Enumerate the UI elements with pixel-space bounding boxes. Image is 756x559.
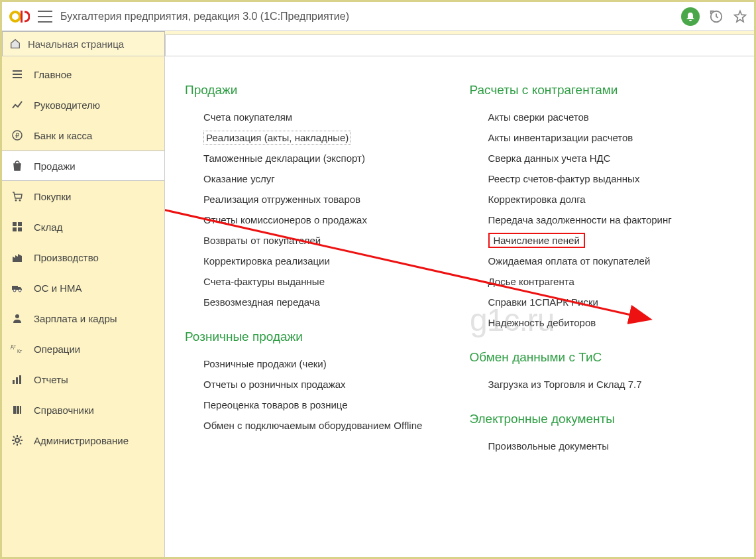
svg-rect-13 xyxy=(13,227,17,231)
sidebar-item-2[interactable]: ₽Банк и касса xyxy=(2,120,164,151)
svg-text:Кт: Кт xyxy=(17,349,23,353)
menu-link[interactable]: Акты сверки расчетов xyxy=(470,107,735,127)
section-title: Продажи xyxy=(185,83,450,97)
favorites-icon[interactable] xyxy=(733,9,747,24)
menu-link[interactable]: Передача задолженности на факторинг xyxy=(470,210,735,230)
sidebar: ГлавноеРуководителю₽Банк и кассаПродажиП… xyxy=(2,56,165,557)
menu-link[interactable]: Оказание услуг xyxy=(185,168,450,189)
chart-icon xyxy=(10,99,25,111)
svg-point-1 xyxy=(12,13,19,20)
svg-point-17 xyxy=(19,289,21,292)
list-icon xyxy=(10,68,25,80)
menu-link[interactable]: Справки 1СПАРК Риски xyxy=(470,292,735,312)
menu-link[interactable]: Ожидаемая оплата от покупателей xyxy=(470,251,735,271)
menu-link[interactable]: Акты инвентаризации расчетов xyxy=(470,127,735,148)
sidebar-item-label: Отчеты xyxy=(34,374,68,385)
menu-link[interactable]: Таможенные декларации (экспорт) xyxy=(185,148,450,168)
section-title: Электронные документы xyxy=(470,412,735,426)
sidebar-item-10[interactable]: Отчеты xyxy=(2,364,164,395)
gear-icon xyxy=(10,434,25,446)
svg-rect-25 xyxy=(17,406,19,414)
menu-icon[interactable] xyxy=(38,11,52,23)
menu-link[interactable]: Надежность дебиторов xyxy=(470,312,735,333)
menu-link[interactable]: Счета-фактуры выданные xyxy=(185,271,450,292)
menu-link[interactable]: Начисление пеней xyxy=(470,230,735,251)
svg-text:Дт: Дт xyxy=(11,344,17,349)
menu-link[interactable]: Сверка данных учета НДС xyxy=(470,148,735,168)
svg-rect-24 xyxy=(13,406,16,414)
sidebar-item-label: Администрирование xyxy=(34,435,129,446)
menu-link[interactable]: Розничные продажи (чеки) xyxy=(185,353,450,374)
svg-rect-23 xyxy=(19,375,21,384)
sidebar-item-0[interactable]: Главное xyxy=(2,59,164,90)
svg-line-34 xyxy=(13,443,15,444)
svg-rect-14 xyxy=(18,227,22,231)
history-icon[interactable] xyxy=(709,9,724,24)
menu-link[interactable]: Произвольные документы xyxy=(470,436,735,456)
sidebar-item-11[interactable]: Справочники xyxy=(2,395,164,425)
sidebar-item-label: Справочники xyxy=(34,404,94,416)
menu-link[interactable]: Загрузка из Торговля и Склад 7.7 xyxy=(470,374,735,395)
sidebar-item-label: Производство xyxy=(34,252,99,263)
svg-line-35 xyxy=(20,436,21,438)
menu-link[interactable]: Корректировка реализации xyxy=(185,251,450,271)
dtkt-icon: ДтКт xyxy=(10,344,25,353)
content-tab-area xyxy=(165,34,754,56)
sidebar-item-3[interactable]: Продажи xyxy=(2,151,164,181)
menu-link[interactable]: Безвозмездная передача xyxy=(185,292,450,312)
books-icon xyxy=(10,404,25,416)
menu-link[interactable]: Отчеты комиссионеров о продажах xyxy=(185,210,450,230)
sidebar-item-9[interactable]: ДтКтОперации xyxy=(2,334,164,364)
bars-icon xyxy=(10,373,25,385)
svg-rect-26 xyxy=(20,406,21,414)
sidebar-item-6[interactable]: Производство xyxy=(2,242,164,273)
svg-rect-22 xyxy=(16,377,18,384)
tab-start-page[interactable]: Начальная страница xyxy=(2,31,165,56)
sidebar-item-label: Операции xyxy=(34,343,80,355)
sidebar-item-12[interactable]: Администрирование xyxy=(2,425,164,456)
menu-link[interactable]: Отчеты о розничных продажах xyxy=(185,374,450,395)
section-title: Расчеты с контрагентами xyxy=(470,83,735,97)
truck-icon xyxy=(10,282,25,294)
menu-link[interactable]: Возвраты от покупателей xyxy=(185,230,450,251)
menu-link[interactable]: Реестр счетов-фактур выданных xyxy=(470,168,735,189)
menu-link[interactable]: Обмен с подключаемым оборудованием Offli… xyxy=(185,415,450,436)
tab-row: Начальная страница xyxy=(2,31,754,56)
grid-icon xyxy=(10,221,25,233)
ruble-icon: ₽ xyxy=(10,129,25,141)
svg-point-9 xyxy=(15,200,17,202)
sidebar-item-label: Склад xyxy=(34,221,62,233)
menu-link[interactable]: Переоценка товаров в рознице xyxy=(185,395,450,415)
menu-link[interactable]: Досье контрагента xyxy=(470,271,735,292)
home-icon xyxy=(9,38,21,50)
factory-icon xyxy=(10,251,25,263)
app-logo-1c xyxy=(9,7,30,26)
tab-label: Начальная страница xyxy=(28,38,124,50)
cart-icon xyxy=(10,190,25,202)
sidebar-item-1[interactable]: Руководителю xyxy=(2,90,164,120)
svg-point-16 xyxy=(13,289,16,292)
svg-line-32 xyxy=(13,436,15,438)
sidebar-item-label: Зарплата и кадры xyxy=(34,313,117,324)
menu-link[interactable]: Реализация отгруженных товаров xyxy=(185,189,450,210)
window-title: Бухгалтерия предприятия, редакция 3.0 (1… xyxy=(60,11,673,23)
sidebar-item-label: ОС и НМА xyxy=(34,282,82,294)
sidebar-item-8[interactable]: Зарплата и кадры xyxy=(2,303,164,334)
svg-point-27 xyxy=(15,438,19,442)
menu-link[interactable]: Реализация (акты, накладные) xyxy=(185,127,450,148)
svg-rect-11 xyxy=(13,222,17,226)
sidebar-item-4[interactable]: Покупки xyxy=(2,181,164,212)
svg-line-33 xyxy=(20,443,21,444)
section-title: Розничные продажи xyxy=(185,330,450,344)
sidebar-item-5[interactable]: Склад xyxy=(2,212,164,242)
content-area: g1c.ru ПродажиСчета покупателямРеализаци… xyxy=(165,56,754,557)
menu-link[interactable]: Корректировка долга xyxy=(470,189,735,210)
sidebar-item-label: Банк и касса xyxy=(34,130,92,141)
svg-text:₽: ₽ xyxy=(15,132,20,139)
sidebar-item-7[interactable]: ОС и НМА xyxy=(2,273,164,303)
sidebar-item-label: Главное xyxy=(34,69,72,80)
svg-rect-12 xyxy=(18,222,22,226)
svg-point-10 xyxy=(19,200,21,202)
menu-link[interactable]: Счета покупателям xyxy=(185,107,450,127)
notifications-button[interactable] xyxy=(681,7,700,26)
